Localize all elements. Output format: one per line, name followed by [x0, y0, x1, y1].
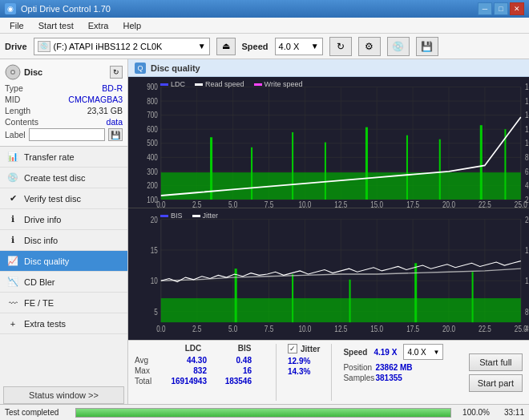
svg-text:12X: 12X: [525, 125, 529, 134]
disc-contents-label: Contents: [5, 117, 38, 127]
svg-rect-81: [235, 269, 237, 322]
drive-select[interactable]: 💿 (F:) ATAPI iHBS112 2 CL0K ▼: [34, 38, 210, 55]
refresh-button[interactable]: ↻: [329, 37, 352, 56]
max-row: Max 832 16: [135, 366, 264, 375]
eject-button[interactable]: ⏏: [216, 38, 236, 55]
sidebar-item-drive-info[interactable]: ℹ Drive info: [0, 209, 127, 230]
svg-text:7.5: 7.5: [264, 200, 273, 208]
svg-rect-83: [349, 280, 351, 322]
disc-panel: Disc ↻ Type BD-R MID CMCMAGBA3 Length 23…: [0, 59, 127, 147]
maximize-button[interactable]: □: [494, 2, 508, 15]
bis-header: BIS: [224, 344, 264, 353]
disc-quality-header-icon: Q: [135, 63, 146, 74]
avg-jitter-val: 12.9%: [288, 357, 310, 365]
speed-dropdown[interactable]: 4.0 X ▼: [403, 344, 443, 360]
svg-rect-85: [472, 272, 474, 322]
svg-rect-82: [292, 274, 293, 322]
save-button[interactable]: 💾: [416, 37, 438, 56]
speed-dropdown-arrow: ▼: [311, 42, 319, 50]
legend-jitter: Jitter: [192, 212, 219, 220]
app-title: Opti Drive Control 1.70: [21, 4, 111, 14]
menu-extra[interactable]: Extra: [82, 19, 115, 32]
speed-dropdown-chevron: ▼: [433, 349, 439, 356]
svg-text:8%: 8%: [525, 306, 529, 316]
menubar: File Start test Extra Help: [0, 18, 529, 34]
cd-bler-icon: 📉: [6, 276, 19, 289]
settings-button[interactable]: ⚙: [358, 37, 381, 56]
progressbar-row: Test completed 100.0% 33:11: [0, 404, 529, 420]
drive-icon: 💿: [38, 41, 50, 52]
position-row: Position 23862 MB: [343, 363, 443, 372]
status-window-button[interactable]: Status window >>: [3, 386, 124, 404]
svg-text:20.0: 20.0: [442, 200, 455, 208]
svg-text:22.5: 22.5: [479, 200, 491, 208]
disc-mid-label: MID: [5, 95, 20, 104]
content-area: Q Disc quality LDC Read speed: [128, 59, 529, 404]
jitter-legend-color: [192, 215, 200, 217]
chart-container: LDC Read speed Write speed: [128, 77, 529, 340]
svg-text:15.0: 15.0: [370, 324, 383, 333]
menu-help[interactable]: Help: [116, 19, 147, 32]
divider-1: [276, 344, 277, 401]
elapsed-time: 33:11: [496, 408, 524, 417]
svg-text:0.0: 0.0: [156, 324, 165, 333]
menu-file[interactable]: File: [3, 19, 30, 32]
speed-label: Speed: [242, 42, 269, 51]
avg-bis-val: 0.48: [212, 356, 252, 365]
svg-text:16%: 16%: [525, 245, 529, 255]
svg-rect-84: [414, 263, 417, 322]
legend-read-speed: Read speed: [195, 80, 244, 88]
sidebar-item-transfer-rate[interactable]: 📊 Transfer rate: [0, 147, 127, 168]
sidebar-item-disc-quality[interactable]: 📈 Disc quality: [0, 251, 127, 272]
svg-rect-29: [365, 127, 368, 200]
sidebar-item-create-test-disc[interactable]: 💿 Create test disc: [0, 168, 127, 188]
svg-text:200: 200: [147, 181, 158, 190]
sidebar-item-disc-info[interactable]: ℹ Disc info: [0, 230, 127, 251]
disc-label-save-button[interactable]: 💾: [108, 128, 123, 141]
menu-start-test[interactable]: Start test: [32, 19, 80, 32]
svg-text:4X: 4X: [525, 181, 529, 190]
disc-length-row: Length 23,31 GB: [5, 106, 123, 115]
titlebar-controls[interactable]: ─ □ ✕: [478, 2, 524, 15]
titlebar: ◉ Opti Drive Control 1.70 ─ □ ✕: [0, 0, 529, 18]
start-full-button[interactable]: Start full: [469, 353, 523, 371]
svg-text:12%: 12%: [525, 276, 529, 285]
svg-text:900: 900: [147, 83, 158, 92]
max-bis-val: 16: [212, 366, 252, 375]
disc-button[interactable]: 💿: [387, 37, 410, 56]
speed-value: 4.0 X: [279, 42, 300, 51]
svg-text:7.5: 7.5: [264, 324, 273, 333]
top-chart-legend: LDC Read speed Write speed: [160, 80, 302, 88]
svg-rect-30: [406, 135, 408, 200]
disc-refresh-button[interactable]: ↻: [110, 66, 123, 79]
speed-stat-val: 4.19 X: [374, 348, 397, 357]
disc-section-title: Disc: [24, 67, 42, 77]
jitter-checkbox-row[interactable]: ✓ Jitter: [288, 344, 320, 353]
stats-speed-col: Speed 4.19 X 4.0 X ▼ Position 23862 MB S…: [343, 344, 443, 401]
svg-text:10.0: 10.0: [298, 200, 311, 208]
avg-jitter-row: 12.9%: [288, 357, 320, 365]
samples-val: 381355: [375, 374, 402, 382]
sidebar-item-fe-te[interactable]: 〰 FE / TE: [0, 293, 127, 313]
start-part-button[interactable]: Start part: [469, 374, 523, 392]
sidebar: Disc ↻ Type BD-R MID CMCMAGBA3 Length 23…: [0, 59, 128, 404]
legend-write-speed: Write speed: [254, 80, 303, 88]
chart-bottom: BIS Jitter: [128, 208, 529, 340]
sidebar-item-verify-test-disc[interactable]: ✔ Verify test disc: [0, 188, 127, 209]
sidebar-item-extra-tests[interactable]: + Extra tests: [0, 313, 127, 334]
jitter-checkbox[interactable]: ✓: [288, 344, 297, 353]
svg-text:400: 400: [147, 153, 158, 162]
svg-text:700: 700: [147, 111, 158, 120]
svg-text:2.5: 2.5: [192, 200, 201, 208]
close-button[interactable]: ✕: [510, 2, 524, 15]
svg-text:12.5: 12.5: [334, 200, 347, 208]
bis-legend-color: [160, 215, 168, 217]
sidebar-item-cd-bler[interactable]: 📉 CD Bler: [0, 272, 127, 293]
avg-label: Avg: [135, 356, 162, 365]
svg-point-2: [12, 71, 14, 74]
disc-label-input[interactable]: [29, 128, 105, 141]
speed-row: Speed 4.19 X 4.0 X ▼: [343, 344, 443, 360]
svg-text:2.5: 2.5: [192, 324, 201, 333]
minimize-button[interactable]: ─: [478, 2, 492, 15]
speed-select[interactable]: 4.0 X ▼: [275, 38, 323, 55]
